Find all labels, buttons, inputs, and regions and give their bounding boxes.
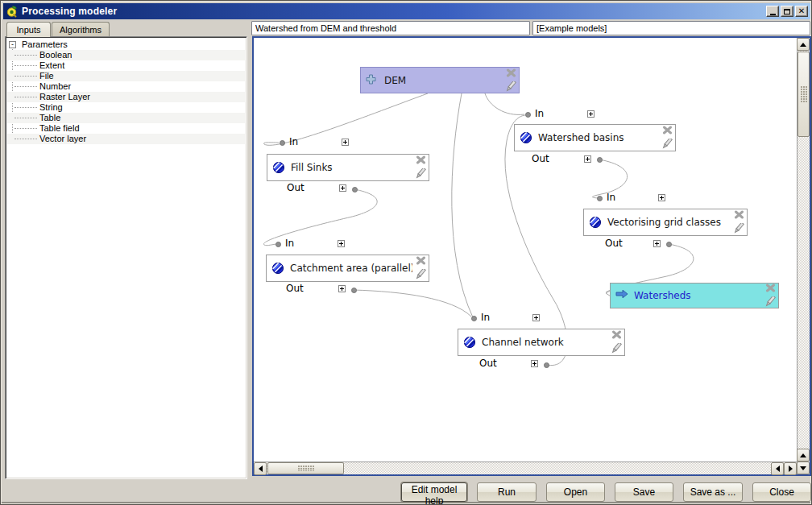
connection-curves	[254, 38, 797, 462]
tree-item-extent[interactable]: Extent	[7, 60, 245, 71]
expand-plus-icon[interactable]	[339, 184, 346, 192]
qgis-app-icon	[6, 6, 18, 18]
tree-item-label: Extent	[39, 60, 64, 71]
tree-item-file[interactable]: File	[7, 71, 245, 81]
output-node-watersheds[interactable]: Watersheds	[610, 283, 779, 308]
edit-node-icon[interactable]	[764, 296, 776, 308]
tree-item-label: String	[39, 102, 63, 113]
tree-item-label: Boolean	[39, 50, 72, 60]
edit-node-icon[interactable]	[732, 223, 744, 234]
delete-node-icon[interactable]	[734, 210, 744, 219]
model-canvas[interactable]: DEMWatershedsInFill SinksOutInCatchment …	[254, 38, 797, 462]
expand-plus-icon[interactable]	[531, 360, 538, 367]
saga-algorithm-icon	[271, 262, 284, 275]
connector-dot	[276, 242, 281, 247]
tab-inputs[interactable]: Inputs	[6, 22, 51, 37]
scroll-up-button-2[interactable]	[797, 449, 810, 462]
node-title: Watershed basins	[538, 132, 659, 143]
connector-dot	[597, 157, 603, 163]
io-label: Out	[479, 358, 497, 369]
minimize-button[interactable]	[766, 6, 779, 17]
tree-item-string[interactable]: String	[7, 102, 245, 113]
tree-item-vector-layer[interactable]: Vector layer	[7, 134, 245, 144]
open-button[interactable]: Open	[546, 482, 605, 502]
input-node-dem[interactable]: DEM	[360, 67, 520, 93]
save-button[interactable]: Save	[615, 482, 673, 502]
algorithm-node-catchment-area-parallel[interactable]: Catchment area (parallel)	[266, 255, 429, 282]
connector-dot	[351, 288, 357, 293]
algorithm-node-vectorising-grid-classes[interactable]: Vectorising grid classes	[583, 209, 748, 236]
algorithm-node-channel-network[interactable]: Channel network	[458, 329, 625, 356]
connection-dem-to-fill-sinks	[263, 93, 428, 145]
triangle-up-icon	[800, 39, 806, 47]
io-label: Out	[532, 153, 549, 164]
run-button[interactable]: Run	[477, 482, 536, 502]
expand-plus-icon[interactable]	[532, 314, 540, 321]
delete-node-icon[interactable]	[662, 126, 673, 135]
expand-plus-icon[interactable]	[584, 155, 591, 163]
expand-plus-icon[interactable]	[342, 139, 349, 146]
edit-node-icon[interactable]	[414, 269, 426, 280]
titlebar[interactable]: Processing modeler ✕	[3, 3, 810, 19]
node-title: Vectorising grid classes	[607, 217, 731, 228]
algorithm-node-watershed-basins[interactable]: Watershed basins	[514, 124, 676, 151]
expand-plus-icon[interactable]	[653, 240, 661, 247]
tree-item-label: File	[39, 71, 54, 81]
tree-expander-icon[interactable]: -	[9, 41, 16, 48]
tree-item-table-field[interactable]: Table field	[7, 123, 245, 134]
io-label: Out	[286, 283, 304, 294]
close-button[interactable]: ✕	[795, 6, 808, 17]
expand-plus-icon[interactable]	[658, 194, 665, 201]
saga-algorithm-icon	[520, 131, 532, 144]
scroll-up-button[interactable]	[797, 38, 810, 51]
algorithm-node-fill-sinks[interactable]: Fill Sinks	[267, 154, 429, 181]
horizontal-scroll-thumb[interactable]	[267, 462, 344, 474]
maximize-button[interactable]	[781, 6, 793, 17]
io-label: In	[535, 108, 544, 119]
delete-node-icon[interactable]	[765, 284, 776, 292]
tab-algorithms[interactable]: Algorithms	[52, 22, 110, 36]
model-name-input[interactable]	[251, 21, 530, 35]
saga-algorithm-icon	[463, 336, 476, 349]
delete-node-icon[interactable]	[506, 68, 516, 77]
tree-item-number[interactable]: Number	[7, 81, 245, 92]
node-title: Watersheds	[634, 290, 762, 301]
edit-node-icon[interactable]	[414, 168, 426, 180]
tree-item-label: Table	[39, 113, 60, 123]
edit-node-icon[interactable]	[661, 139, 673, 150]
edit-node-icon[interactable]	[610, 343, 622, 354]
scroll-down-button[interactable]	[797, 462, 810, 474]
edit-node-icon[interactable]	[504, 81, 516, 93]
save-as-button[interactable]: Save as ...	[683, 482, 743, 502]
io-label: Out	[605, 238, 623, 249]
delete-node-icon[interactable]	[611, 330, 622, 339]
expand-plus-icon[interactable]	[338, 240, 345, 247]
tree-item-label: Table field	[39, 123, 80, 134]
edit-model-help-button[interactable]: Edit model help	[401, 482, 467, 502]
delete-node-icon[interactable]	[416, 155, 426, 164]
scroll-right-button[interactable]	[784, 462, 797, 475]
connection-fill-sinks-to-catchment-area-parallel	[263, 189, 377, 246]
expand-plus-icon[interactable]	[587, 110, 594, 118]
model-group-input[interactable]	[532, 21, 810, 35]
delete-node-icon[interactable]	[416, 256, 426, 265]
triangle-left-icon	[255, 466, 263, 472]
tree-item-parameters[interactable]: -Parameters	[7, 39, 245, 50]
expand-plus-icon[interactable]	[338, 285, 346, 292]
tree-item-boolean[interactable]: Boolean	[7, 50, 245, 60]
tree-item-label: Vector layer	[39, 134, 86, 144]
model-canvas-frame: DEMWatershedsInFill SinksOutInCatchment …	[252, 36, 811, 476]
triangle-down-icon	[800, 466, 806, 474]
triangle-left-icon	[773, 466, 780, 472]
scroll-left-button[interactable]	[254, 462, 267, 475]
connector-dot	[666, 242, 672, 247]
tree-item-table[interactable]: Table	[7, 113, 245, 123]
io-label: In	[285, 238, 294, 249]
tree-item-label: Number	[39, 81, 71, 92]
canvas-vertical-scrollbar[interactable]	[797, 38, 810, 474]
tree-item-raster-layer[interactable]: Raster Layer	[7, 92, 245, 102]
close-button[interactable]: Close	[752, 482, 811, 502]
vertical-scroll-thumb[interactable]	[798, 52, 810, 137]
canvas-horizontal-scrollbar[interactable]	[254, 462, 797, 474]
scroll-left-button-2[interactable]	[771, 462, 784, 475]
